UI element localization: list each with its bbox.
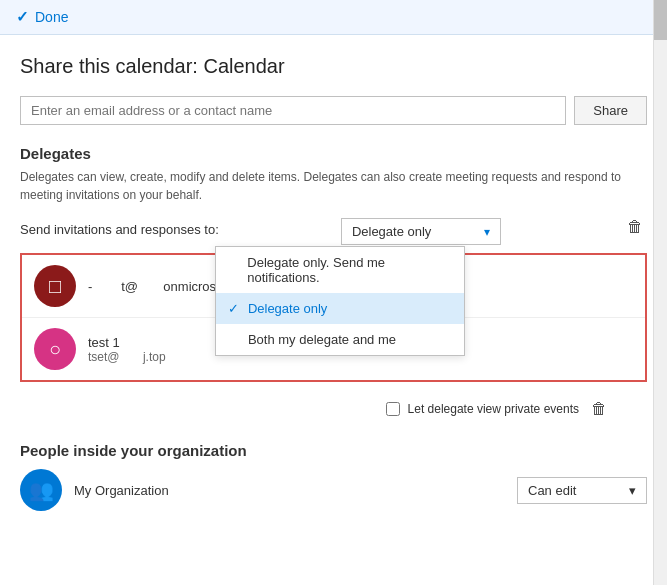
- dropdown-item-1[interactable]: ✓ Delegate only: [216, 293, 464, 324]
- org-section-title: People inside your organization: [20, 442, 647, 459]
- scrollbar[interactable]: [653, 0, 667, 585]
- delegates-section-desc: Delegates can view, create, modify and d…: [20, 168, 647, 204]
- dropdown-item-label-0: Delegate only. Send me notifications.: [247, 255, 452, 285]
- org-row: 👥 My Organization Can edit ▾: [20, 469, 647, 511]
- org-avatar: 👥: [20, 469, 62, 511]
- dropdown-item-0[interactable]: Delegate only. Send me notifications.: [216, 247, 464, 293]
- done-checkmark: ✓: [16, 8, 29, 26]
- dropdown-item-2[interactable]: Both my delegate and me: [216, 324, 464, 355]
- dropdown-arrow-icon: ▾: [484, 225, 490, 239]
- checkbox-row: Let delegate view private events 🗑: [20, 392, 647, 428]
- share-button[interactable]: Share: [574, 96, 647, 125]
- org-name: My Organization: [74, 483, 505, 498]
- org-section: People inside your organization 👥 My Org…: [20, 442, 647, 511]
- avatar-1: ○: [34, 328, 76, 370]
- org-permission-value: Can edit: [528, 483, 576, 498]
- dropdown-item-label-2: Both my delegate and me: [248, 332, 396, 347]
- delegates-section-title: Delegates: [20, 145, 647, 162]
- org-permission-dropdown[interactable]: Can edit ▾: [517, 477, 647, 504]
- top-bar: ✓ Done: [0, 0, 667, 35]
- dropdown-value: Delegate only: [352, 224, 432, 239]
- org-dropdown-arrow-icon: ▾: [629, 483, 636, 498]
- avatar-0: □: [34, 265, 76, 307]
- search-input[interactable]: [20, 96, 566, 125]
- main-content: Share this calendar: Calendar Share Dele…: [0, 35, 667, 511]
- trash-icon-2[interactable]: 🗑: [587, 400, 611, 418]
- dropdown-item-label-1: Delegate only: [248, 301, 328, 316]
- let-delegate-checkbox[interactable]: [386, 402, 400, 416]
- send-inv-label: Send invitations and responses to:: [20, 218, 219, 237]
- org-avatar-icon: 👥: [29, 478, 54, 502]
- avatar-icon-1: ○: [49, 338, 61, 361]
- scrollbar-thumb[interactable]: [654, 0, 667, 40]
- page-title: Share this calendar: Calendar: [20, 55, 647, 78]
- send-inv-row: Send invitations and responses to: Deleg…: [20, 218, 647, 245]
- avatar-icon-0: □: [49, 275, 61, 298]
- done-label[interactable]: Done: [35, 9, 68, 25]
- dropdown-menu: Delegate only. Send me notifications. ✓ …: [215, 246, 465, 356]
- trash-icon[interactable]: 🗑: [623, 218, 647, 236]
- let-delegate-label: Let delegate view private events: [408, 402, 579, 416]
- send-inv-dropdown[interactable]: Delegate only ▾: [341, 218, 501, 245]
- search-row: Share: [20, 96, 647, 125]
- check-icon-1: ✓: [228, 301, 242, 316]
